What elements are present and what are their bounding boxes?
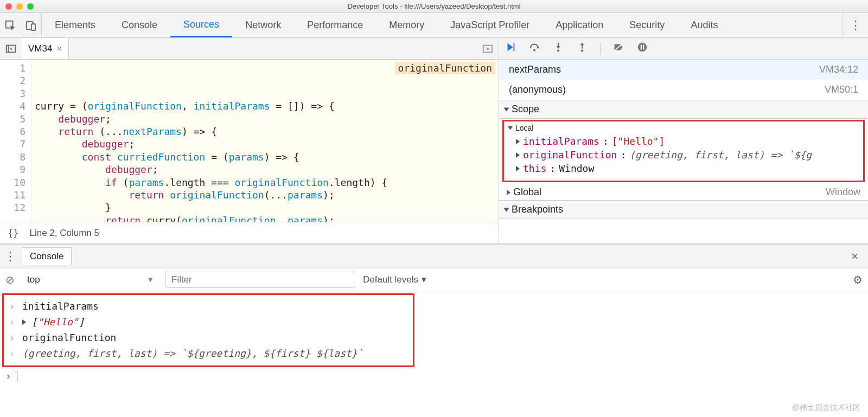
minimize-window-icon[interactable] bbox=[16, 3, 23, 10]
svg-point-8 bbox=[581, 49, 583, 52]
tab-sources[interactable]: Sources bbox=[170, 13, 232, 37]
pretty-print-icon[interactable]: {} bbox=[8, 228, 18, 239]
svg-point-10 bbox=[638, 43, 647, 52]
run-snippet-icon[interactable] bbox=[477, 38, 499, 59]
titlebar: Developer Tools - file:///Users/yazeed/D… bbox=[0, 0, 868, 13]
code-content: originalFunction curry = (originalFuncti… bbox=[31, 60, 499, 222]
file-tab[interactable]: VM34 × bbox=[22, 38, 69, 59]
tab-application[interactable]: Application bbox=[542, 13, 616, 37]
cursor-position: Line 2, Column 5 bbox=[29, 228, 99, 239]
console-tab[interactable]: Console bbox=[22, 247, 72, 265]
svg-point-7 bbox=[557, 49, 559, 52]
console-row: ›originalFunction bbox=[4, 330, 413, 345]
navigator-toggle-icon[interactable] bbox=[0, 38, 22, 59]
svg-rect-12 bbox=[643, 44, 644, 49]
scope-global[interactable]: Global Window bbox=[499, 184, 868, 200]
step-out-icon[interactable] bbox=[576, 41, 588, 56]
inline-value-hint: originalFunction bbox=[395, 62, 495, 74]
text-cursor bbox=[17, 371, 17, 382]
zoom-window-icon[interactable] bbox=[27, 3, 34, 10]
tab-memory[interactable]: Memory bbox=[376, 13, 437, 37]
scope-global-value: Window bbox=[826, 187, 860, 198]
svg-rect-2 bbox=[31, 24, 35, 30]
file-tab-strip: VM34 × bbox=[0, 38, 499, 60]
console-prompt[interactable]: › bbox=[0, 367, 868, 385]
scope-local-box: Local initialParams: ["Hello"]originalFu… bbox=[502, 120, 865, 182]
resume-icon[interactable] bbox=[505, 41, 516, 56]
tab-javascript-profiler[interactable]: JavaScript Profiler bbox=[437, 13, 542, 37]
tab-elements[interactable]: Elements bbox=[42, 13, 108, 37]
svg-rect-11 bbox=[641, 44, 642, 49]
console-row: ‹["Hello"] bbox=[4, 314, 413, 330]
clear-console-icon[interactable]: ⊘ bbox=[5, 273, 15, 286]
deactivate-breakpoints-icon[interactable] bbox=[612, 41, 624, 56]
tab-security[interactable]: Security bbox=[616, 13, 678, 37]
console-filter-input[interactable] bbox=[165, 272, 355, 288]
console-settings-icon[interactable]: ⚙ bbox=[853, 273, 863, 286]
console-context-select[interactable]: top▾ bbox=[22, 272, 158, 287]
traffic-lights bbox=[5, 3, 34, 10]
tab-audits[interactable]: Audits bbox=[678, 13, 731, 37]
debugger-toolbar bbox=[499, 38, 868, 60]
breakpoints-header[interactable]: Breakpoints bbox=[499, 200, 868, 219]
window-title: Developer Tools - file:///Users/yazeed/D… bbox=[0, 2, 868, 10]
watermark: @稀土掘金技术社区 bbox=[792, 403, 860, 413]
devtools-tabbar: ElementsConsoleSourcesNetworkPerformance… bbox=[0, 13, 868, 38]
inspect-element-icon[interactable] bbox=[4, 20, 16, 31]
scope-variable[interactable]: this: Window bbox=[504, 162, 863, 175]
drawer-menu-icon[interactable]: ⋮ bbox=[4, 249, 16, 264]
close-file-tab-icon[interactable]: × bbox=[56, 43, 62, 54]
svg-rect-5 bbox=[514, 43, 515, 52]
tabbar-menu-icon[interactable]: ⋮ bbox=[850, 18, 861, 33]
file-tab-label: VM34 bbox=[28, 43, 52, 54]
console-output-box: ›initialParams‹["Hello"]›originalFunctio… bbox=[2, 293, 414, 367]
console-row: ›initialParams bbox=[4, 298, 413, 314]
step-into-icon[interactable] bbox=[552, 41, 564, 56]
expand-icon[interactable] bbox=[22, 319, 26, 325]
tab-performance[interactable]: Performance bbox=[294, 13, 376, 37]
scope-variable[interactable]: originalFunction: (greeting, first, last… bbox=[504, 148, 863, 162]
step-over-icon[interactable] bbox=[528, 41, 540, 56]
console-toolbar: ⊘ top▾ Default levels▾ ⚙ bbox=[0, 268, 868, 291]
console-levels-select[interactable]: Default levels▾ bbox=[363, 274, 426, 285]
scope-local-title: Local bbox=[515, 124, 533, 132]
tab-console[interactable]: Console bbox=[108, 13, 170, 37]
pause-on-exceptions-icon[interactable] bbox=[636, 41, 648, 56]
call-stack: nextParamsVM34:12(anonymous)VM50:1 bbox=[499, 60, 868, 100]
close-window-icon[interactable] bbox=[5, 3, 12, 10]
callstack-frame[interactable]: (anonymous)VM50:1 bbox=[499, 80, 868, 100]
toggle-device-icon[interactable] bbox=[25, 20, 37, 31]
scope-header[interactable]: Scope bbox=[499, 100, 868, 119]
tab-network[interactable]: Network bbox=[232, 13, 294, 37]
prompt-caret-icon: › bbox=[5, 370, 11, 382]
callstack-frame[interactable]: nextParamsVM34:12 bbox=[499, 60, 868, 80]
editor-status-bar: {} Line 2, Column 5 bbox=[0, 222, 499, 243]
svg-point-6 bbox=[533, 49, 535, 51]
close-drawer-icon[interactable]: × bbox=[846, 249, 864, 264]
console-drawer: ⋮ Console × ⊘ top▾ Default levels▾ ⚙ ›in… bbox=[0, 244, 868, 417]
console-row: ‹(greeting, first, last) => `${greeting}… bbox=[4, 345, 413, 361]
code-editor[interactable]: 123456789101112 originalFunction curry =… bbox=[0, 60, 499, 222]
scope-variable[interactable]: initialParams: ["Hello"] bbox=[504, 134, 863, 148]
tabbar-left-tools bbox=[0, 13, 42, 37]
line-gutter: 123456789101112 bbox=[0, 60, 31, 222]
